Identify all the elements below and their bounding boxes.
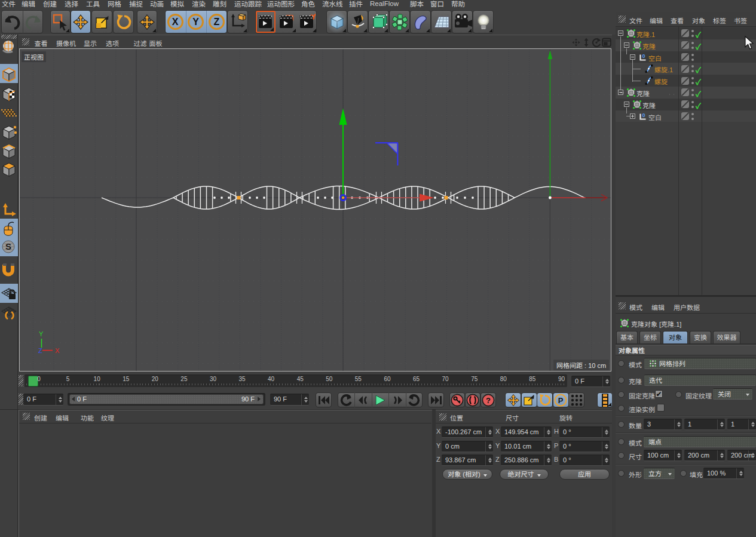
svg-text:S: S — [5, 241, 11, 251]
svg-text:X: X — [55, 347, 60, 354]
svg-text:?: ? — [486, 396, 491, 405]
svg-text:0: 0 — [642, 112, 645, 118]
svg-text:P: P — [558, 396, 564, 405]
svg-text:Z: Z — [38, 347, 42, 354]
svg-text:Y: Y — [39, 330, 44, 337]
svg-text:0: 0 — [642, 53, 645, 59]
